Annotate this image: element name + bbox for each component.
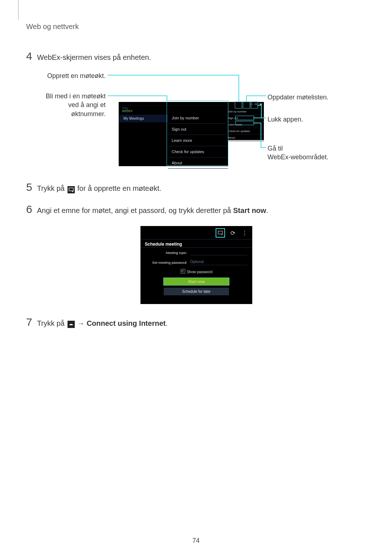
leader bbox=[261, 105, 262, 118]
step-4: 4 WebEx-skjermen vises på enheten. bbox=[26, 51, 367, 63]
callout-join-by-number: Bli med i en møteøkt ved å angi et øktnu… bbox=[35, 92, 106, 118]
leader bbox=[257, 105, 261, 106]
ov-menu-updates[interactable]: Check for updates bbox=[226, 128, 264, 135]
text-fragment: Trykk på bbox=[37, 184, 67, 192]
callout-text: ved å angi et bbox=[68, 101, 106, 108]
text-bold: Connect using Internet bbox=[87, 319, 166, 327]
leader bbox=[246, 95, 266, 96]
callout-text: WebEx-webområdet. bbox=[268, 153, 328, 161]
callout-refresh: Oppdater møtelisten. bbox=[268, 93, 328, 102]
text-fragment: → bbox=[75, 319, 87, 327]
svg-rect-0 bbox=[69, 188, 73, 191]
leader bbox=[167, 95, 167, 100]
callout-create-meeting: Opprett en møteøkt. bbox=[35, 71, 106, 80]
refresh-icon[interactable]: ⟳ bbox=[229, 229, 237, 237]
figure-webex-home: Opprett en møteøkt. Bli med i en møteøkt… bbox=[37, 73, 367, 171]
schedule-later-button[interactable]: Schedule for later bbox=[164, 288, 229, 295]
leader bbox=[108, 95, 167, 96]
highlight-menu-list bbox=[167, 100, 228, 166]
step-text: WebEx-skjermen vises på enheten. bbox=[37, 52, 151, 63]
step-5: 5 Trykk på for å opprette en møteøkt. bbox=[26, 182, 367, 194]
new-meeting-icon bbox=[68, 186, 75, 193]
step-number: 4 bbox=[26, 51, 37, 62]
meeting-topic-label: Meeting topic: bbox=[146, 251, 187, 255]
callout-text: øktnummer. bbox=[71, 110, 106, 118]
text-bold: Start now bbox=[233, 206, 266, 214]
new-meeting-icon[interactable] bbox=[216, 228, 225, 238]
leader bbox=[261, 118, 266, 118]
meeting-password-input[interactable]: Optional bbox=[190, 260, 247, 265]
page-number: 74 bbox=[0, 537, 392, 545]
phone-hangup-icon bbox=[68, 321, 75, 328]
text-fragment: for å opprette en møteøkt. bbox=[75, 184, 162, 192]
step-number: 6 bbox=[26, 204, 37, 215]
more-icon[interactable]: ⋮ bbox=[241, 229, 249, 237]
leader bbox=[253, 118, 261, 118]
leader bbox=[253, 123, 261, 123]
text-fragment: . bbox=[166, 319, 168, 327]
step-number: 5 bbox=[26, 182, 37, 193]
callout-goto-web: Gå til WebEx-webområdet. bbox=[268, 144, 328, 162]
leader bbox=[261, 123, 261, 147]
svg-rect-3 bbox=[218, 231, 222, 234]
my-meetings-tab[interactable]: My Meetings bbox=[119, 115, 168, 122]
page-header: Web og nettverk bbox=[26, 22, 367, 31]
highlight-new-icon bbox=[235, 101, 242, 108]
webex-logo: webex bbox=[122, 107, 132, 113]
header-rule bbox=[18, 0, 19, 20]
leader bbox=[246, 95, 247, 101]
step-text: Angi et emne for møtet, angi et passord,… bbox=[37, 205, 268, 216]
highlight-refresh-icon bbox=[243, 101, 250, 108]
leader bbox=[108, 75, 238, 75]
callout-text: Gå til bbox=[268, 145, 283, 152]
step-6: 6 Angi et emne for møtet, angi et passor… bbox=[26, 204, 367, 216]
figure-schedule-meeting: ⟳ ⋮ Schedule meeting Meeting topic: Set … bbox=[140, 226, 252, 304]
step-number: 7 bbox=[26, 317, 37, 328]
callout-text: Bli med i en møteøkt bbox=[46, 93, 106, 100]
step-7: 7 Trykk på → Connect using Internet. bbox=[26, 317, 367, 329]
start-now-button[interactable]: Start now bbox=[163, 278, 229, 286]
meeting-topic-input[interactable] bbox=[190, 250, 247, 255]
text-fragment: Angi et emne for møtet, angi et passord,… bbox=[37, 206, 233, 214]
highlight-signout bbox=[235, 116, 254, 120]
text-fragment: . bbox=[266, 206, 268, 214]
highlight-learnmore bbox=[235, 121, 254, 125]
callout-close-app: Lukk appen. bbox=[268, 115, 303, 124]
step-text: Trykk på for å opprette en møteøkt. bbox=[37, 183, 161, 194]
ov-menu-about[interactable]: About bbox=[226, 135, 264, 141]
ov-menu-join[interactable]: Join by number bbox=[226, 108, 264, 115]
schedule-title: Schedule meeting bbox=[140, 239, 252, 248]
leader bbox=[238, 75, 239, 101]
text-fragment: Trykk på bbox=[37, 319, 67, 327]
show-password-checkbox[interactable] bbox=[180, 269, 185, 274]
highlight-exit-icon bbox=[251, 101, 258, 108]
step-text: Trykk på → Connect using Internet. bbox=[37, 318, 168, 329]
leader bbox=[261, 147, 266, 148]
meeting-password-label: Set meeting password: bbox=[146, 260, 187, 264]
show-password-label: Show password bbox=[187, 270, 213, 274]
